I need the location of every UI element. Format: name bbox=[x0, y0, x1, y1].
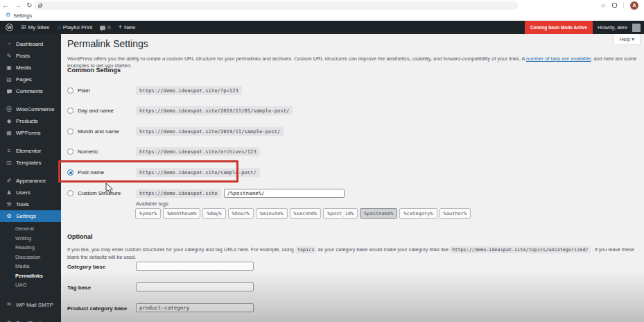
sidebar-item-products[interactable]: ◆Products bbox=[0, 115, 61, 127]
settings-page: Help ▾ Permalink Settings WordPress offe… bbox=[61, 34, 644, 322]
sidebar-item-settings[interactable]: ⚙Settings bbox=[0, 210, 61, 222]
category-base-label: Category base bbox=[67, 264, 105, 270]
tag-day-button[interactable]: %day% bbox=[202, 208, 225, 219]
back-icon[interactable]: ← bbox=[0, 0, 12, 10]
tag-postname-button[interactable]: %postname% bbox=[360, 208, 397, 219]
option-post-name: Post name https://demo.ideaspot.site/sam… bbox=[67, 167, 260, 178]
wordpress-logo-icon[interactable]: W bbox=[6, 24, 13, 31]
optional-paragraph: If you like, you may enter custom struct… bbox=[67, 246, 641, 262]
sidebar-item-comments[interactable]: Comments bbox=[0, 85, 61, 97]
howdy-label[interactable]: Howdy, alex bbox=[598, 24, 627, 31]
sidebar-item-media[interactable]: ▣Media bbox=[0, 62, 61, 74]
forward-icon[interactable]: → bbox=[12, 0, 24, 10]
option-day-name: Day and name https://demo.ideaspot.site/… bbox=[67, 105, 293, 116]
submenu-media[interactable]: Media bbox=[0, 262, 61, 271]
page-title: Permalink Settings bbox=[67, 38, 148, 49]
sidebar-item-templates[interactable]: ◫Templates bbox=[0, 157, 61, 169]
tag-monthnum-button[interactable]: %monthnum% bbox=[163, 208, 200, 219]
tag-base-input[interactable] bbox=[136, 282, 254, 291]
available-tags: %year% %monthnum% %day% %hour% %minute% … bbox=[135, 208, 471, 219]
radio-custom-structure[interactable] bbox=[67, 190, 73, 196]
browser-profile-avatar[interactable]: A bbox=[630, 1, 638, 10]
submenu-uag[interactable]: UAG bbox=[0, 280, 61, 290]
sidebar-label: WPForms bbox=[16, 130, 41, 136]
option-label: Month and name bbox=[78, 128, 136, 135]
sidebar-item-tools[interactable]: ⚒Tools bbox=[0, 198, 61, 210]
radio-numeric[interactable] bbox=[67, 149, 73, 155]
code-topics: topics bbox=[295, 246, 317, 253]
tag-post-id-button[interactable]: %post_id% bbox=[323, 208, 358, 219]
admin-bar-comments[interactable]: 0 bbox=[100, 24, 110, 31]
tag-second-button[interactable]: %second% bbox=[290, 208, 322, 219]
help-label: Help bbox=[620, 36, 630, 42]
sidebar-label: Users bbox=[16, 189, 31, 196]
intro-text: WordPress offers you the ability to crea… bbox=[67, 56, 526, 62]
custom-structure-input[interactable] bbox=[224, 189, 345, 198]
sidebar-item-wpforms[interactable]: ▦WPForms bbox=[0, 127, 61, 139]
woocommerce-icon: Ⓦ bbox=[6, 107, 12, 112]
radio-month-name[interactable] bbox=[67, 128, 73, 135]
menu-separator bbox=[0, 293, 61, 299]
url-example: https://demo.ideaspot.site/sample-post/ bbox=[136, 168, 260, 177]
option-plain: Plain https://demo.ideaspot.site/?p=123 bbox=[67, 85, 242, 96]
product-category-base-label: Product category base bbox=[67, 305, 127, 312]
toolbar-divider bbox=[623, 2, 624, 8]
help-button[interactable]: Help ▾ bbox=[613, 34, 641, 45]
tag-author-button[interactable]: %author% bbox=[440, 208, 471, 219]
dashboard-icon: ◔ bbox=[6, 42, 12, 47]
submenu-writing[interactable]: Writing bbox=[0, 234, 61, 244]
radio-day-name[interactable] bbox=[67, 108, 73, 114]
optional-heading: Optional bbox=[67, 233, 93, 240]
sidebar-label: Elementor bbox=[16, 148, 41, 154]
wp-mail-smtp-icon: ✉ bbox=[6, 302, 12, 307]
wpforms-icon: ▦ bbox=[6, 130, 12, 136]
pages-icon: ▤ bbox=[6, 77, 12, 83]
radio-plain[interactable] bbox=[67, 87, 73, 94]
browser-chrome: ← → ↻ ☆ A ⚙ Settings bbox=[0, 0, 644, 21]
admin-bar-my-sites[interactable]: ⊞ My Sites bbox=[21, 24, 49, 31]
bookmark-settings[interactable]: Settings bbox=[13, 12, 32, 19]
sidebar-item-users[interactable]: ♟Users bbox=[0, 187, 61, 198]
sidebar-label: Templates bbox=[16, 160, 41, 166]
admin-sidebar: ◔Dashboard ✎Posts ▣Media ▤Pages Comments… bbox=[0, 34, 61, 322]
tag-year-button[interactable]: %year% bbox=[135, 208, 161, 219]
option-label: Numeric bbox=[78, 149, 136, 155]
tag-minute-button[interactable]: %minute% bbox=[256, 208, 288, 219]
sidebar-item-appearance[interactable]: ✐Appearance bbox=[0, 175, 61, 187]
admin-bar-site-name[interactable]: ⌂ Playful Print bbox=[57, 24, 92, 31]
tag-category-button[interactable]: %category% bbox=[399, 208, 437, 219]
sidebar-item-wp-mail-smtp[interactable]: ✉WP Mail SMTP bbox=[0, 299, 61, 311]
sidebar-label: SeedProd bbox=[16, 320, 41, 322]
sidebar-item-pages[interactable]: ▤Pages bbox=[0, 74, 61, 85]
submenu-discussion[interactable]: Discussion bbox=[0, 253, 61, 262]
product-category-base-input[interactable] bbox=[136, 303, 254, 312]
settings-submenu: General Writing Reading Discussion Media… bbox=[0, 222, 61, 293]
radio-post-name[interactable] bbox=[67, 169, 73, 176]
optional-text: as your category base would make your ca… bbox=[316, 246, 450, 253]
submenu-reading[interactable]: Reading bbox=[0, 243, 61, 253]
wp-admin-bar: W ⊞ My Sites ⌂ Playful Print 0 + New Com… bbox=[0, 21, 644, 34]
submenu-permalinks[interactable]: Permalinks bbox=[0, 271, 61, 281]
sidebar-label: WooCommerce bbox=[16, 106, 54, 112]
option-label: Plain bbox=[78, 87, 136, 94]
category-base-input[interactable] bbox=[136, 262, 254, 271]
address-bar[interactable] bbox=[33, 1, 519, 10]
coming-soon-badge[interactable]: Coming Soon Mode Active bbox=[525, 21, 593, 34]
tags-available-link[interactable]: number of tags are available bbox=[526, 56, 591, 62]
sidebar-label: Tools bbox=[16, 201, 29, 207]
admin-avatar[interactable] bbox=[632, 24, 641, 32]
submenu-general[interactable]: General bbox=[0, 224, 61, 234]
sidebar-label: Settings bbox=[16, 213, 36, 219]
sidebar-item-seedprod[interactable]: ◉SeedProd bbox=[0, 317, 61, 322]
sidebar-item-posts[interactable]: ✎Posts bbox=[0, 50, 61, 62]
sidebar-item-dashboard[interactable]: ◔Dashboard bbox=[0, 38, 61, 50]
sidebar-item-elementor[interactable]: ≡Elementor bbox=[0, 145, 61, 157]
lock-icon bbox=[38, 5, 42, 8]
sidebar-label: Pages bbox=[16, 76, 32, 83]
admin-bar-new[interactable]: + New bbox=[119, 24, 135, 31]
bookmark-star-icon[interactable]: ☆ bbox=[600, 2, 606, 9]
sidebar-label: Appearance bbox=[16, 178, 46, 184]
extension-icon[interactable] bbox=[612, 3, 617, 8]
sidebar-item-woocommerce[interactable]: ⓌWooCommerce bbox=[0, 103, 61, 115]
tag-hour-button[interactable]: %hour% bbox=[228, 208, 254, 219]
